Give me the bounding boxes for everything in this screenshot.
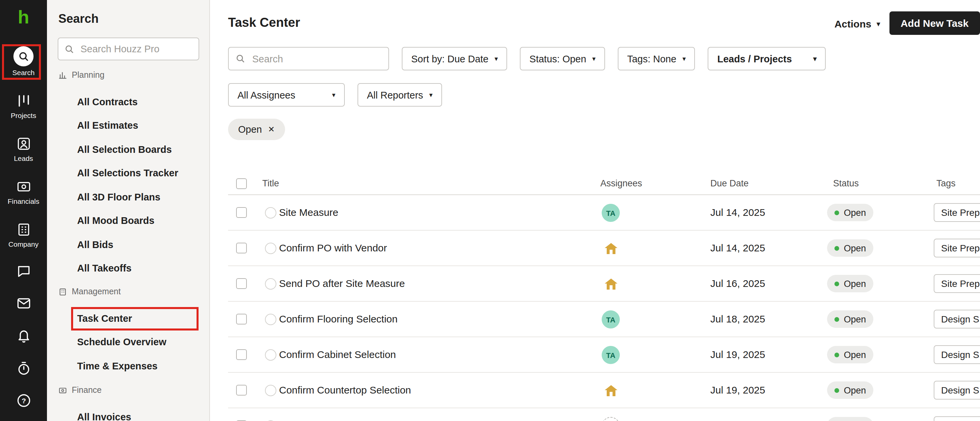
tag-chip: Design S — [934, 345, 980, 364]
status-label: Open — [844, 350, 866, 360]
assignee-avatar[interactable]: TA — [602, 204, 620, 222]
panel-item-all-selection-boards[interactable]: All Selection Boards — [47, 137, 210, 161]
sidebar-item-search[interactable]: Search — [0, 46, 47, 76]
status-label: Open — [844, 385, 866, 395]
due-date: Jul 19, 2025 — [710, 373, 765, 408]
panel-item-schedule-overview[interactable]: Schedule Overview — [47, 330, 210, 354]
sidebar-item-financials[interactable]: Financials — [0, 178, 47, 205]
col-tags: Tags — [936, 178, 956, 188]
panel-item-all-contracts[interactable]: All Contracts — [47, 90, 210, 114]
primary-nav: h Search Projects Leads Financials — [0, 0, 47, 421]
table-row[interactable]: Confirm Cabinet Selection TA Jul 19, 202… — [228, 337, 980, 373]
tag-chip: Design S — [934, 310, 980, 329]
due-date: Jul 21, 2025 — [710, 408, 765, 421]
open-filter-chip[interactable]: Open ✕ — [228, 119, 285, 140]
assignee-avatar[interactable]: TA — [602, 346, 620, 364]
panel-item-all-takeoffs[interactable]: All Takeoffs — [47, 256, 210, 280]
section-label: Management — [72, 287, 121, 296]
task-title[interactable]: Confirm PO with Vendor — [279, 230, 387, 265]
complete-toggle[interactable] — [265, 243, 276, 254]
table-row[interactable]: Confirm Flooring Selection TA Jul 18, 20… — [228, 302, 980, 337]
search-panel: Search Planning All Contracts All Estima… — [47, 0, 210, 421]
tag-chip: Site Prep — [934, 203, 980, 222]
chevron-down-icon: ▾ — [429, 92, 433, 98]
row-checkbox[interactable] — [236, 278, 247, 289]
status-filter-dropdown[interactable]: Status: Open ▾ — [520, 47, 605, 70]
leads-projects-dropdown[interactable]: Leads / Projects ▾ — [708, 47, 826, 70]
sidebar-item-mail[interactable] — [0, 294, 47, 312]
panel-item-task-center[interactable]: Task Center — [47, 307, 210, 330]
sidebar-item-projects[interactable]: Projects — [0, 92, 47, 119]
section-management: Management — [58, 286, 121, 297]
task-search-input[interactable] — [251, 52, 382, 65]
row-checkbox[interactable] — [236, 349, 247, 360]
complete-toggle[interactable] — [265, 349, 276, 361]
sidebar-item-company[interactable]: Company — [0, 221, 47, 248]
houzz-logo[interactable]: h — [0, 7, 47, 28]
assignee-avatar[interactable]: TA — [602, 310, 620, 329]
section-label: Planning — [72, 70, 104, 80]
task-search-box[interactable] — [228, 47, 389, 70]
row-checkbox[interactable] — [236, 207, 247, 218]
table-body: Site Measure TA Jul 14, 2025 Open Site P… — [228, 195, 980, 421]
task-title[interactable]: Site Measure — [279, 195, 339, 230]
unassigned-avatar[interactable] — [602, 417, 620, 421]
finance-list: All Invoices — [47, 405, 210, 421]
sidebar-item-notifications[interactable] — [0, 326, 47, 344]
task-title[interactable]: Confirm Flooring Selection — [279, 302, 398, 337]
tag-chip: Site Prep — [934, 274, 980, 293]
table-row[interactable]: Site Measure TA Jul 14, 2025 Open Site P… — [228, 195, 980, 230]
project-avatar[interactable] — [602, 275, 620, 293]
tags-filter-label: Tags: None — [627, 53, 676, 64]
row-checkbox[interactable] — [236, 243, 247, 253]
table-row[interactable]: Confirm Countertop Selection Jul 19, 202… — [228, 373, 980, 408]
table-row[interactable]: Send PO after Site Measure Jul 16, 2025 … — [228, 266, 980, 302]
task-title[interactable]: Send PO after Site Measure — [279, 266, 405, 301]
tag-chip: Site Prep — [934, 239, 980, 257]
task-title[interactable]: Confirm Countertop Selection — [279, 373, 411, 408]
sidebar-item-messages[interactable] — [0, 262, 47, 280]
chevron-down-icon: ▾ — [682, 55, 686, 62]
assignees-filter-dropdown[interactable]: All Assignees ▾ — [228, 83, 345, 106]
status-dot — [834, 281, 839, 286]
sort-dropdown[interactable]: Sort by: Due Date ▾ — [402, 47, 508, 70]
col-title: Title — [262, 178, 279, 188]
complete-toggle[interactable] — [265, 314, 276, 325]
table-row[interactable]: Confirm PO with Vendor Jul 14, 2025 Open… — [228, 230, 980, 266]
panel-item-all-selections-tracker[interactable]: All Selections Tracker — [47, 161, 210, 185]
row-checkbox[interactable] — [236, 385, 247, 396]
panel-search-box[interactable] — [58, 38, 199, 60]
panel-item-all-3d-floor-plans[interactable]: All 3D Floor Plans — [47, 185, 210, 209]
col-assignees: Assignees — [600, 178, 642, 188]
task-title[interactable]: Confirm Appliance Selection — [279, 408, 405, 421]
project-avatar[interactable] — [602, 381, 620, 400]
complete-toggle[interactable] — [265, 278, 276, 290]
row-checkbox[interactable] — [236, 314, 247, 324]
chevron-down-icon: ▾ — [495, 55, 498, 62]
status-label: Open — [844, 314, 866, 324]
close-icon[interactable]: ✕ — [268, 125, 275, 134]
panel-search-input[interactable] — [79, 43, 192, 55]
select-all-checkbox[interactable] — [236, 178, 247, 189]
panel-item-all-invoices[interactable]: All Invoices — [47, 405, 210, 421]
task-title[interactable]: Confirm Cabinet Selection — [279, 337, 396, 372]
due-date: Jul 14, 2025 — [710, 230, 765, 265]
panel-item-all-mood-boards[interactable]: All Mood Boards — [47, 209, 210, 233]
table-row[interactable]: Confirm Appliance Selection Jul 21, 2025… — [228, 408, 980, 421]
status-badge: Open — [827, 204, 873, 221]
complete-toggle[interactable] — [265, 385, 276, 396]
panel-item-all-estimates[interactable]: All Estimates — [47, 114, 210, 137]
project-avatar[interactable] — [602, 239, 620, 257]
sidebar-item-leads[interactable]: Leads — [0, 135, 47, 162]
panel-item-time-expenses[interactable]: Time & Expenses — [47, 354, 210, 378]
complete-toggle[interactable] — [265, 207, 276, 219]
panel-item-all-bids[interactable]: All Bids — [47, 233, 210, 256]
tags-filter-dropdown[interactable]: Tags: None ▾ — [618, 47, 695, 70]
sidebar-item-timer[interactable] — [0, 359, 47, 377]
actions-dropdown[interactable]: Actions ▾ — [834, 18, 880, 30]
due-date: Jul 19, 2025 — [710, 337, 765, 372]
sidebar-item-help[interactable]: ? — [0, 391, 47, 409]
reporters-filter-dropdown[interactable]: All Reporters ▾ — [358, 83, 442, 106]
status-filter-label: Status: Open — [530, 53, 586, 64]
add-new-task-button[interactable]: Add New Task — [889, 11, 980, 35]
